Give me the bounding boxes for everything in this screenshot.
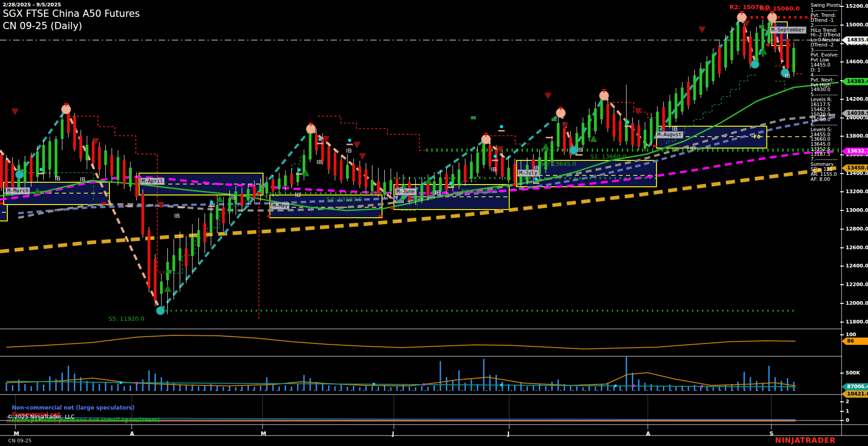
inside-bar-label: IB (435, 189, 441, 196)
x-axis-month-label[interactable]: S (770, 431, 774, 437)
x-axis-month-label[interactable]: J (392, 431, 394, 437)
price-axis-label[interactable]: 12000.0 (846, 300, 868, 306)
inside-bar-label: IB (80, 176, 86, 183)
vol-axis-badge-secondary: 10421.63 (842, 390, 868, 398)
inside-bar-label: IB (491, 166, 497, 173)
x-axis-month-label[interactable]: J (507, 431, 509, 437)
osc-axis-label: 100 (846, 332, 856, 338)
month-chip-label: M-September (770, 26, 806, 34)
price-axis-label[interactable]: 15200.0 (846, 3, 868, 9)
month-chip-label: M-July (517, 169, 539, 177)
inside-bar-label: IB (346, 147, 352, 154)
cot-axis-label: 0 (846, 417, 849, 423)
resistance-label: R1: 15060.0 (760, 5, 800, 12)
inside-bar-label: IB (55, 175, 61, 182)
price-axis-label[interactable]: 12200.0 (846, 282, 868, 287)
support-label: S5: 11920.0 (108, 315, 145, 322)
cot-axis-label: 1 (846, 408, 849, 414)
inside-bar-label: IB (230, 194, 236, 201)
f0-label: F0 (754, 134, 760, 140)
price-axis-label[interactable]: 13000.0 (846, 207, 868, 213)
price-axis-badge: 14835.0 (842, 36, 868, 44)
support-label: S4: 13187.5 (326, 196, 362, 203)
price-axis-badge: 13450.8 (842, 164, 868, 172)
vol-axis-badge: 87006.42 (842, 383, 868, 390)
price-axis-label[interactable]: 13200.0 (846, 189, 868, 195)
month-chip-label: M-June (395, 188, 417, 195)
price-axis-badge: 13632.7 (842, 148, 868, 155)
month-chip-label: M-May (271, 202, 289, 210)
inside-bar-label: IB (785, 72, 790, 79)
support-label: S2: 13645.0 (540, 160, 576, 167)
x-axis-month-label[interactable]: A (646, 431, 650, 437)
x-axis-month-label[interactable]: M (261, 431, 266, 437)
price-axis-label[interactable]: 12400.0 (846, 263, 868, 269)
price-axis-label[interactable]: 14200.0 (846, 96, 868, 102)
price-axis-label[interactable]: 12600.0 (846, 245, 868, 251)
inside-bar-label: IB (295, 191, 301, 198)
price-axis-badge: 14383.4 (842, 78, 868, 85)
vol-axis-label: 500K (846, 370, 860, 376)
inside-bar-label: IB (690, 145, 696, 152)
month-chip-label: M-April (140, 178, 165, 185)
price-axis-label[interactable]: 12800.0 (846, 226, 868, 232)
price-axis-badge: 14038.9 (842, 110, 868, 117)
month-chip-label: M-March (5, 187, 30, 195)
price-axis-label[interactable]: 15000.0 (846, 22, 868, 28)
price-axis-label[interactable]: 11800.0 (846, 319, 868, 325)
inside-bar-label: IB (316, 159, 322, 165)
inside-bar-label: IB (174, 212, 180, 219)
cot-legend-item: Non-commercial net (large speculators) (12, 405, 134, 411)
contract-label: CN 09-25 (8, 438, 31, 444)
x-axis-month-label[interactable]: M (14, 431, 19, 437)
support-label: S1: 13660.0 (590, 153, 626, 160)
ninjatrader-chart-window[interactable]: 2/28/2025 - 9/5/2025 SGX FTSE China A50 … (0, 0, 868, 446)
price-axis-label[interactable]: 13800.0 (846, 133, 868, 139)
inside-bar-label: IB (577, 146, 583, 153)
copyright: © 2025 NinjaTrader, LLC (7, 414, 75, 420)
x-axis-month-label[interactable]: A (130, 431, 134, 437)
osc-axis-badge: 86 (842, 338, 868, 345)
support-label: S3: 13352.5 (461, 188, 497, 195)
cot-axis-label: 2 (846, 399, 849, 405)
price-axis-label[interactable]: 14600.0 (846, 59, 868, 65)
ninjatrader-logo: NINJATRADER (775, 436, 836, 445)
month-chip-label: M-August (656, 131, 683, 138)
